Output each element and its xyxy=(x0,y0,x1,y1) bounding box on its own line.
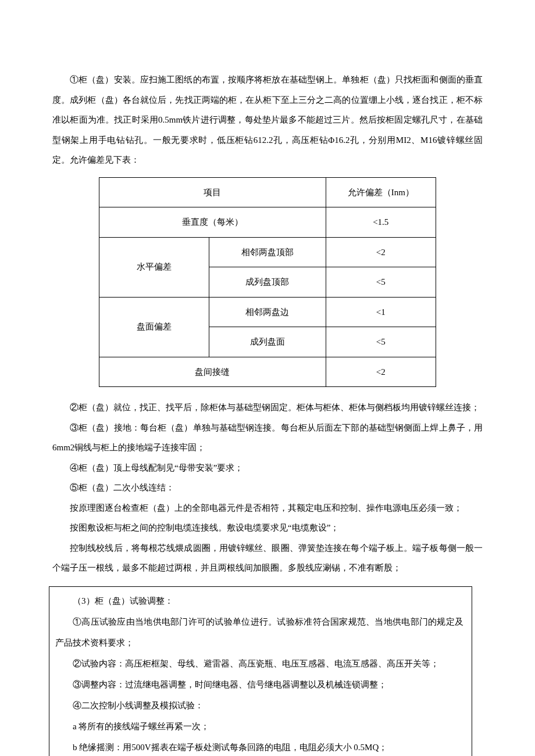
cell-panel-dev: 盘面偏差 xyxy=(99,297,209,357)
cell-sub: 成列盘顶部 xyxy=(209,267,326,298)
cell-value: <2 xyxy=(326,237,436,267)
table-row: 项目 允许偏差（Inm） xyxy=(99,177,436,207)
paragraph-6: 按原理图逐台检查柜（盘）上的全部电器元件是否相符，其额定电压和控制、操作电源电压… xyxy=(52,498,483,518)
box-line-3: ②试验内容：高压柜框架、母线、避雷器、高压瓷瓶、电压互感器、电流互感器、高压开关… xyxy=(55,653,463,674)
cell-value: <2 xyxy=(326,357,436,387)
cell-sub: 相邻两盘边 xyxy=(209,297,326,327)
cell-sub: 成列盘面 xyxy=(209,327,326,357)
cell-value: <1 xyxy=(326,297,436,327)
header-item: 项目 xyxy=(99,177,326,207)
paragraph-2: ②柜（盘）就位，找正、找平后，除柜体与基础型钢固定。柜体与柜体、柜体与侧档板均用… xyxy=(52,397,483,418)
cell-verticality: 垂直度（每米） xyxy=(99,207,326,238)
paragraph-3: ③柜（盘）接地：每台柜（盘）单独与基础型钢连接。每台柜从后面左下部的基础型钢侧面… xyxy=(52,418,483,458)
table-row: 垂直度（每米） <1.5 xyxy=(99,207,436,238)
paragraph-7: 按图敷设柜与柜之间的控制电缆连接线。敷设电缆要求见“电缆敷设”； xyxy=(52,518,483,538)
header-tolerance: 允许偏差（Inm） xyxy=(326,177,436,207)
table-row: 盘间接缝 <2 xyxy=(99,357,436,387)
paragraph-4: ④柜（盘）顶上母线配制见“母带安装”要求； xyxy=(52,458,483,478)
cell-horizontal-dev: 水平偏差 xyxy=(99,237,209,297)
cell-value: <5 xyxy=(326,267,436,298)
box-line-1: （3）柜（盘）试验调整： xyxy=(55,590,463,611)
box-line-6: a 将所有的接线端子螺丝再紧一次； xyxy=(55,716,463,737)
box-line-5: ④二次控制小线调整及模拟试验： xyxy=(55,695,463,716)
cell-value: <5 xyxy=(326,327,436,357)
paragraph-8: 控制线校线后，将每根芯线煨成圆圈，用镀锌螺丝、眼圈、弹簧垫连接在每个端子板上。端… xyxy=(52,538,483,578)
paragraph-5: ⑤柜（盘）二次小线连结： xyxy=(52,478,483,498)
table-row: 盘面偏差 相邻两盘边 <1 xyxy=(99,297,436,327)
cell-sub: 相邻两盘顶部 xyxy=(209,237,326,267)
paragraph-1: ①柜（盘）安装。应扫施工图纸的布置，按顺序将柜放在基础型钢上。单独柜（盘）只找柜… xyxy=(52,70,483,170)
tolerance-table: 项目 允许偏差（Inm） 垂直度（每米） <1.5 水平偏差 相邻两盘顶部 <2… xyxy=(99,177,436,388)
box-line-7: b 绝缘摇测：用500V摇表在端子板处测试每条回路的电阻，电阻必须大小 0.5M… xyxy=(55,737,463,757)
boxed-section: （3）柜（盘）试验调整： ①高压试验应由当地供电部门许可的试验单位进行。试验标准… xyxy=(49,586,472,757)
cell-value: <1.5 xyxy=(326,207,436,238)
cell-seam: 盘间接缝 xyxy=(99,357,326,387)
table-row: 水平偏差 相邻两盘顶部 <2 xyxy=(99,237,436,267)
box-line-4: ③调整内容：过流继电器调整，时间继电器、信号继电器调整以及机械连锁调整； xyxy=(55,674,463,695)
box-line-2: ①高压试验应由当地供电部门许可的试验单位进行。试验标准符合国家规范、当地供电部门… xyxy=(55,611,463,653)
